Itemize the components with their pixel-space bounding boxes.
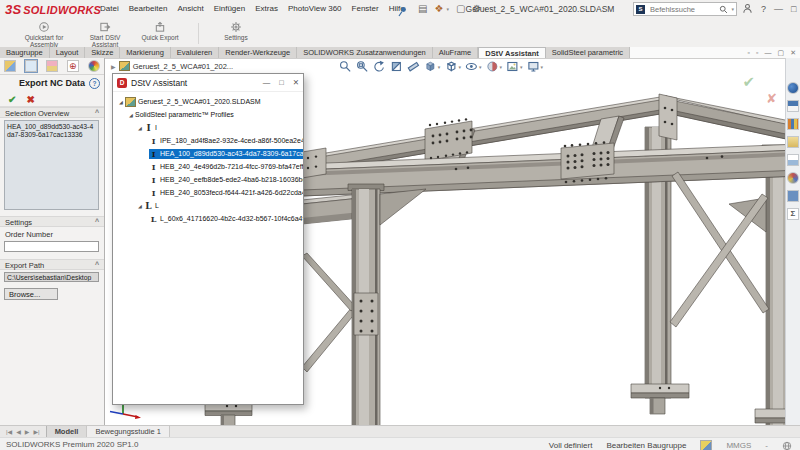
displaymanager-tab-icon[interactable] xyxy=(88,60,100,72)
browse-button[interactable]: Browse... xyxy=(4,288,58,300)
restore-button[interactable]: □ xyxy=(791,4,796,14)
last-tab-icon[interactable]: ▶| xyxy=(33,428,39,435)
dialog-maximize-icon[interactable]: □ xyxy=(279,78,284,87)
menu-bearbeiten[interactable]: Bearbeiten xyxy=(129,4,168,13)
hide-show-items-icon[interactable]: ▾ xyxy=(465,60,482,73)
display-style-icon[interactable]: ▾ xyxy=(444,60,461,73)
tree-item-profile[interactable]: L L_60x6_41716620-4b2c-4d32-b567-10f4c6a… xyxy=(113,212,303,225)
doc-restore-left-icon[interactable]: ▫ xyxy=(748,49,750,56)
breadcrumb-label[interactable]: Geruest_2_5_WCA#01_202... xyxy=(133,62,233,71)
design-library-icon[interactable] xyxy=(787,118,799,130)
feature-tree-breadcrumb[interactable]: ▶ Geruest_2_5_WCA#01_202... xyxy=(111,61,233,71)
dimxpertmanager-tab-icon[interactable]: ⊕ xyxy=(67,60,79,72)
tab-evaluieren[interactable]: Evaluieren xyxy=(171,47,219,58)
confirm-corner-cancel-icon[interactable]: ✘ xyxy=(766,91,777,106)
tab-skizze[interactable]: Skizze xyxy=(85,47,120,58)
appearances-icon[interactable] xyxy=(787,172,799,184)
prev-tab-icon[interactable]: ◀ xyxy=(16,428,21,435)
tab-bewegungsstudie[interactable]: Bewegungsstudie 1 xyxy=(87,426,169,437)
menu-fenster[interactable]: Fenster xyxy=(352,4,379,13)
menu-photoview[interactable]: PhotoView 360 xyxy=(288,4,342,13)
tab-solidsteel-parametric[interactable]: SolidSteel parametric xyxy=(546,47,630,58)
expand-arrow-icon[interactable]: ◢ xyxy=(117,99,125,105)
measure-icon[interactable] xyxy=(407,60,420,73)
export-path-header[interactable]: Export Path ^ xyxy=(0,259,104,270)
dialog-close-icon[interactable]: ✕ xyxy=(293,78,299,87)
menu-datei[interactable]: Datei xyxy=(100,4,119,13)
confirm-button[interactable]: ✔ xyxy=(8,94,16,105)
configurationmanager-tab-icon[interactable] xyxy=(46,60,58,72)
search-icon[interactable] xyxy=(719,5,728,14)
dialog-titlebar[interactable]: D DStV Assistant — □ ✕ xyxy=(113,74,303,92)
tab-dstv-assistant[interactable]: DStV Assistant xyxy=(478,47,546,58)
tree-group-i[interactable]: ◢ I I xyxy=(113,121,303,134)
tree-group-l[interactable]: ◢ L L xyxy=(113,199,303,212)
doc-minimize-icon[interactable]: — xyxy=(765,49,772,56)
next-tab-icon[interactable]: ▶ xyxy=(25,428,30,435)
view-settings-icon[interactable]: ▾ xyxy=(526,60,543,73)
dstv-assistant-dialog[interactable]: D DStV Assistant — □ ✕ ◢ Geruest_2_5_WCA… xyxy=(112,73,304,405)
file-explorer-icon[interactable] xyxy=(787,136,799,148)
tree-item-profile[interactable]: I HEB_240_8053fecd-f644-421f-a426-6d22cd… xyxy=(113,186,303,199)
command-search-input[interactable] xyxy=(648,4,716,15)
tab-layout[interactable]: Layout xyxy=(50,47,86,58)
confirm-corner-accept-icon[interactable]: ✔ xyxy=(742,73,755,91)
tree-item-profile[interactable]: I IPE_180_ad4f8ae2-932e-4ced-a86f-500ea2… xyxy=(113,134,303,147)
doc-restore-icon[interactable]: ▢ xyxy=(778,49,785,57)
sw-resources-icon[interactable] xyxy=(787,82,799,94)
tree-item-profile[interactable]: I HEB_240_4e496d2b-721d-4fcc-9769-bfa47e… xyxy=(113,160,303,173)
cancel-button[interactable]: ✖ xyxy=(26,94,34,105)
view-palette-icon[interactable] xyxy=(787,154,799,166)
order-number-input[interactable] xyxy=(4,241,99,252)
collapse-chevron-icon[interactable]: ^ xyxy=(95,261,99,268)
previous-view-icon[interactable] xyxy=(373,60,386,73)
minimize-button[interactable]: — xyxy=(774,4,783,14)
export-path-field[interactable]: C:\Users\sebastian\Desktop xyxy=(4,272,99,282)
user-account-icon[interactable] xyxy=(742,3,753,14)
tree-item-profiles[interactable]: ◢ SolidSteel parametric™ Profiles xyxy=(113,108,303,121)
menu-extras[interactable]: Extras xyxy=(255,4,278,13)
home-icon[interactable] xyxy=(787,100,799,112)
tree-item-profile-selected[interactable]: I HEA_100_d89dd530-ac43-4da7-8309-6a17ca… xyxy=(113,147,303,160)
section-view-icon[interactable] xyxy=(390,60,403,73)
doc-close-icon[interactable]: ✕ xyxy=(790,49,796,57)
search-dropdown-icon[interactable]: ▾ xyxy=(731,6,734,12)
quickstart-for-assembly-button[interactable]: Quickstart for Assembly xyxy=(18,21,70,48)
help-menu[interactable]: ? xyxy=(761,4,766,14)
tab-modell[interactable]: Modell xyxy=(46,426,88,437)
expand-arrow-icon[interactable]: ▶ xyxy=(111,63,116,70)
zoom-fit-icon[interactable] xyxy=(339,60,352,73)
pin-menu-icon[interactable] xyxy=(398,3,407,21)
menu-einfuegen[interactable]: Einfügen xyxy=(214,4,246,13)
collapse-chevron-icon[interactable]: ^ xyxy=(95,109,99,116)
tab-render-werkzeuge[interactable]: Render-Werkzeuge xyxy=(219,47,297,58)
settings-header[interactable]: Settings ^ xyxy=(0,216,104,227)
doc-restore-right-icon[interactable]: ▫ xyxy=(756,49,758,56)
tab-sw-zusatzanwendungen[interactable]: SOLIDWORKS Zusatzanwendungen xyxy=(297,47,433,58)
command-search[interactable]: S ▾ xyxy=(633,2,737,16)
dialog-minimize-icon[interactable]: — xyxy=(263,78,271,87)
first-tab-icon[interactable]: |◀ xyxy=(6,428,12,435)
quick-export-button[interactable]: Quick Export xyxy=(140,21,180,41)
custom-properties-icon[interactable]: Σ xyxy=(787,208,799,220)
status-globe-icon[interactable] xyxy=(782,441,792,450)
scenes-icon[interactable] xyxy=(787,190,799,202)
edit-appearance-icon[interactable]: ▾ xyxy=(485,60,502,73)
selection-item[interactable]: HEA_100_d89dd530-ac43-4da7-8309-6a17cac1… xyxy=(7,123,93,138)
graphics-viewport[interactable]: ▶ Geruest_2_5_WCA#01_202... ▾ ▾ ▾ ▾ ▾ ▾ … xyxy=(105,58,785,425)
zoom-area-icon[interactable] xyxy=(356,60,369,73)
featuremanager-tab-icon[interactable] xyxy=(4,60,16,72)
view-orientation-icon[interactable]: ▾ xyxy=(424,60,441,73)
units-caret[interactable]: - xyxy=(765,441,768,450)
units-selector[interactable]: MMGS xyxy=(726,441,751,450)
apply-scene-icon[interactable]: ▾ xyxy=(506,60,523,73)
expand-arrow-icon[interactable]: ◢ xyxy=(136,125,144,131)
expand-arrow-icon[interactable]: ◢ xyxy=(136,203,144,209)
tab-aluframe[interactable]: AluFrame xyxy=(433,47,479,58)
propertymanager-tab-icon[interactable] xyxy=(25,60,37,72)
selection-overview-header[interactable]: Selection Overview ^ xyxy=(0,107,104,118)
collapse-chevron-icon[interactable]: ^ xyxy=(95,218,99,225)
selection-listbox[interactable]: HEA_100_d89dd530-ac43-4da7-8309-6a17cac1… xyxy=(4,120,99,210)
tree-item-profile[interactable]: I HEB_240_eefb8de5-ede2-4ba6-b218-16036b… xyxy=(113,173,303,186)
menu-ansicht[interactable]: Ansicht xyxy=(177,4,203,13)
